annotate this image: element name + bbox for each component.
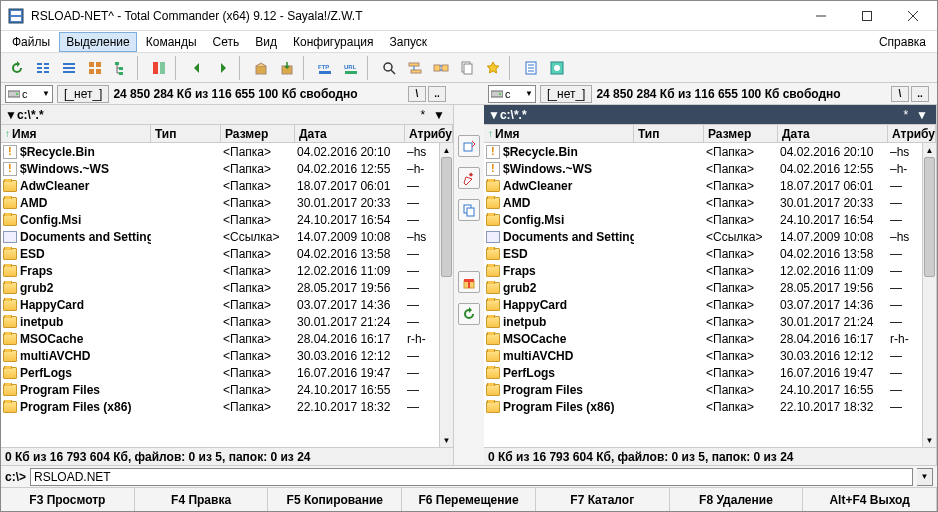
- scroll-down-icon[interactable]: ▼: [440, 433, 453, 447]
- file-row[interactable]: HappyCard<Папка>03.07.2017 14:36—: [1, 296, 439, 313]
- unpack-icon[interactable]: [275, 56, 299, 80]
- file-row[interactable]: AMD<Папка>30.01.2017 20:33—: [1, 194, 439, 211]
- ftp-url-icon[interactable]: URL: [339, 56, 363, 80]
- forward-icon[interactable]: [211, 56, 235, 80]
- altf4-exit-button[interactable]: Alt+F4 Выход: [803, 488, 937, 511]
- file-row[interactable]: Program Files<Папка>24.10.2017 16:55—: [484, 381, 922, 398]
- right-root-button[interactable]: \: [891, 86, 909, 102]
- file-row[interactable]: Fraps<Папка>12.02.2016 11:09—: [1, 262, 439, 279]
- f4-edit-button[interactable]: F4 Правка: [135, 488, 269, 511]
- file-row[interactable]: grub2<Папка>28.05.2017 19:56—: [1, 279, 439, 296]
- file-row[interactable]: PerfLogs<Папка>16.07.2016 19:47—: [484, 364, 922, 381]
- file-row[interactable]: inetpub<Папка>30.01.2017 21:24—: [1, 313, 439, 330]
- refresh-icon[interactable]: [5, 56, 29, 80]
- left-scrollbar[interactable]: ▲ ▼: [439, 143, 453, 447]
- right-path-bar[interactable]: ▼c:\*.* * ▼: [484, 105, 936, 125]
- menu-config[interactable]: Конфигурация: [286, 32, 381, 52]
- header-size[interactable]: Размер: [704, 125, 778, 142]
- notepad-icon[interactable]: [519, 56, 543, 80]
- copy-icon[interactable]: [458, 199, 480, 221]
- menu-view[interactable]: Вид: [248, 32, 284, 52]
- left-path-bar[interactable]: ▼c:\*.* * ▼: [1, 105, 453, 125]
- tree-view-icon[interactable]: [109, 56, 133, 80]
- header-name[interactable]: ↑Имя: [1, 125, 151, 142]
- file-row[interactable]: HappyCard<Папка>03.07.2017 14:36—: [484, 296, 922, 313]
- favorite-icon[interactable]: *: [416, 108, 429, 122]
- minimize-button[interactable]: [799, 2, 843, 30]
- file-row[interactable]: Fraps<Папка>12.02.2016 11:09—: [484, 262, 922, 279]
- left-root-button[interactable]: \: [408, 86, 426, 102]
- file-row[interactable]: $Recycle.Bin<Папка>04.02.2016 20:10–hs: [1, 143, 439, 160]
- file-row[interactable]: ESD<Папка>04.02.2016 13:58—: [1, 245, 439, 262]
- left-volume-label[interactable]: [_нет_]: [57, 85, 109, 103]
- gift-icon[interactable]: [458, 271, 480, 293]
- file-row[interactable]: inetpub<Папка>30.01.2017 21:24—: [484, 313, 922, 330]
- copy-right-icon[interactable]: [458, 135, 480, 157]
- left-file-list[interactable]: $Recycle.Bin<Папка>04.02.2016 20:10–hs$W…: [1, 143, 453, 447]
- menu-commands[interactable]: Команды: [139, 32, 204, 52]
- header-type[interactable]: Тип: [634, 125, 704, 142]
- file-row[interactable]: Config.Msi<Папка>24.10.2017 16:54—: [1, 211, 439, 228]
- file-row[interactable]: AMD<Папка>30.01.2017 20:33—: [484, 194, 922, 211]
- file-row[interactable]: multiAVCHD<Папка>30.03.2016 12:12—: [484, 347, 922, 364]
- menu-net[interactable]: Сеть: [206, 32, 247, 52]
- header-type[interactable]: Тип: [151, 125, 221, 142]
- header-date[interactable]: Дата: [778, 125, 888, 142]
- dir-hotlist-icon[interactable]: [481, 56, 505, 80]
- header-date[interactable]: Дата: [295, 125, 405, 142]
- scroll-thumb[interactable]: [441, 157, 452, 277]
- scroll-down-icon[interactable]: ▼: [923, 433, 936, 447]
- favorite-icon[interactable]: *: [899, 108, 912, 122]
- copy-names-icon[interactable]: [455, 56, 479, 80]
- brief-view-icon[interactable]: [31, 56, 55, 80]
- pack-icon[interactable]: [249, 56, 273, 80]
- left-up-button[interactable]: ..: [428, 86, 446, 102]
- file-row[interactable]: ESD<Папка>04.02.2016 13:58—: [484, 245, 922, 262]
- maximize-button[interactable]: [845, 2, 889, 30]
- sync-dirs-icon[interactable]: [429, 56, 453, 80]
- history-dropdown-icon[interactable]: ▼: [912, 108, 932, 122]
- menu-files[interactable]: Файлы: [5, 32, 57, 52]
- command-history-dropdown[interactable]: ▼: [917, 468, 933, 486]
- close-button[interactable]: [891, 2, 935, 30]
- right-volume-label[interactable]: [_нет_]: [540, 85, 592, 103]
- right-drive-combo[interactable]: c ▼: [488, 85, 536, 103]
- file-row[interactable]: $Recycle.Bin<Папка>04.02.2016 20:10–hs: [484, 143, 922, 160]
- back-icon[interactable]: [185, 56, 209, 80]
- header-attr[interactable]: Атрибу: [888, 125, 936, 142]
- file-row[interactable]: $Windows.~WS<Папка>04.02.2016 12:55–h-: [484, 160, 922, 177]
- left-drive-combo[interactable]: c ▼: [5, 85, 53, 103]
- scroll-thumb[interactable]: [924, 157, 935, 277]
- menu-start[interactable]: Запуск: [383, 32, 435, 52]
- file-row[interactable]: Documents and Settings<Ссылка>14.07.2009…: [484, 228, 922, 245]
- multirename-icon[interactable]: [403, 56, 427, 80]
- right-up-button[interactable]: ..: [911, 86, 929, 102]
- f5-copy-button[interactable]: F5 Копирование: [268, 488, 402, 511]
- file-row[interactable]: Program Files (x86)<Папка>22.10.2017 18:…: [484, 398, 922, 415]
- refresh-both-icon[interactable]: [458, 303, 480, 325]
- file-row[interactable]: Documents and Settings<Ссылка>14.07.2009…: [1, 228, 439, 245]
- f7-mkdir-button[interactable]: F7 Каталог: [536, 488, 670, 511]
- f6-move-button[interactable]: F6 Перемещение: [402, 488, 536, 511]
- file-row[interactable]: PerfLogs<Папка>16.07.2016 19:47—: [1, 364, 439, 381]
- right-scrollbar[interactable]: ▲ ▼: [922, 143, 936, 447]
- right-file-list[interactable]: $Recycle.Bin<Папка>04.02.2016 20:10–hs$W…: [484, 143, 936, 447]
- f3-view-button[interactable]: F3 Просмотр: [1, 488, 135, 511]
- header-attr[interactable]: Атрибу: [405, 125, 453, 142]
- scroll-up-icon[interactable]: ▲: [923, 143, 936, 157]
- file-row[interactable]: AdwCleaner<Папка>18.07.2017 06:01—: [484, 177, 922, 194]
- header-size[interactable]: Размер: [221, 125, 295, 142]
- file-row[interactable]: AdwCleaner<Папка>18.07.2017 06:01—: [1, 177, 439, 194]
- file-row[interactable]: MSOCache<Папка>28.04.2016 16:17r-h-: [484, 330, 922, 347]
- menu-help[interactable]: Справка: [872, 32, 933, 52]
- file-row[interactable]: Program Files<Папка>24.10.2017 16:55—: [1, 381, 439, 398]
- history-dropdown-icon[interactable]: ▼: [429, 108, 449, 122]
- invert-selection-icon[interactable]: [147, 56, 171, 80]
- menu-selection[interactable]: Выделение: [59, 32, 137, 52]
- file-row[interactable]: grub2<Папка>28.05.2017 19:56—: [484, 279, 922, 296]
- thumbnail-view-icon[interactable]: [83, 56, 107, 80]
- file-row[interactable]: $Windows.~WS<Папка>04.02.2016 12:55–h-: [1, 160, 439, 177]
- file-row[interactable]: MSOCache<Папка>28.04.2016 16:17r-h-: [1, 330, 439, 347]
- command-input[interactable]: RSLOAD.NET: [30, 468, 913, 486]
- control-panel-icon[interactable]: [545, 56, 569, 80]
